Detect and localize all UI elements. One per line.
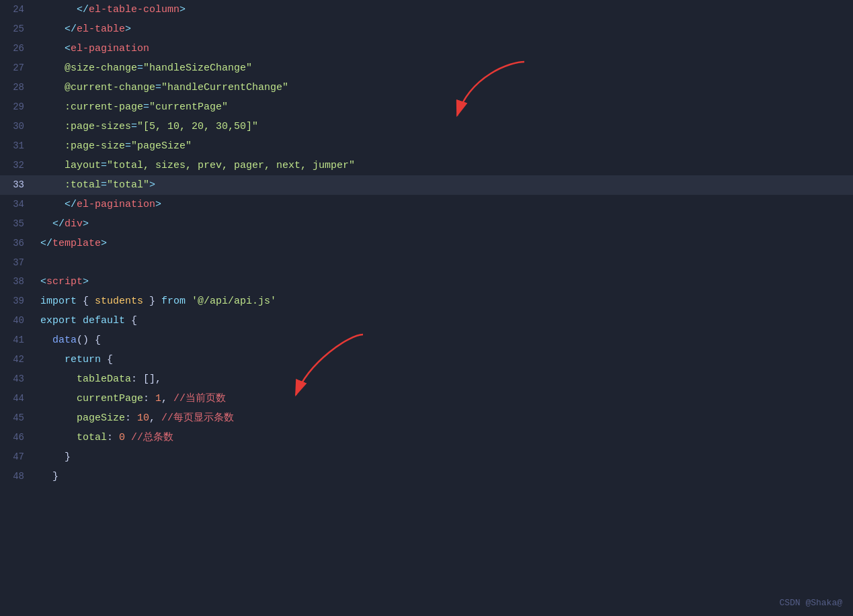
code-line: 30 :page-sizes="[5, 10, 20, 30,50]"	[0, 117, 853, 136]
code-line: 46 total: 0 //总条数	[0, 428, 853, 447]
line-content: @size-change="handleSizeChange"	[35, 59, 853, 78]
code-line: 31 :page-size="pageSize"	[0, 136, 853, 156]
code-line: 41 data() {	[0, 331, 853, 350]
code-line: 34 </el-pagination>	[0, 195, 853, 214]
line-content: total: 0 //总条数	[35, 429, 853, 447]
line-number: 25	[0, 19, 35, 38]
line-content: import { students } from '@/api/api.js'	[35, 292, 853, 311]
line-content: </el-pagination>	[35, 195, 853, 214]
line-content: tableData: [],	[35, 370, 853, 389]
code-line: 40export default {	[0, 311, 853, 331]
line-content: :page-size="pageSize"	[35, 137, 853, 156]
line-number: 28	[0, 78, 35, 97]
line-number: 43	[0, 369, 35, 388]
line-content: data() {	[35, 331, 853, 350]
code-line: 45 pageSize: 10, //每页显示条数	[0, 408, 853, 428]
code-line: 24 </el-table-column>	[0, 0, 853, 19]
line-number: 42	[0, 350, 35, 369]
line-content: </template>	[35, 234, 853, 253]
code-line: 26 <el-pagination	[0, 39, 853, 58]
footer-text: CSDN @Shaka@	[779, 597, 842, 611]
line-number: 48	[0, 467, 35, 486]
line-content: @current-change="handleCurrentChange"	[35, 79, 853, 97]
code-line: 43 tableData: [],	[0, 369, 853, 389]
line-number: 30	[0, 117, 35, 136]
line-number: 46	[0, 428, 35, 447]
line-content: </div>	[35, 215, 853, 234]
line-content: }	[35, 468, 853, 486]
code-line: 35 </div>	[0, 214, 853, 234]
line-number: 35	[0, 214, 35, 233]
line-number: 33	[0, 175, 35, 194]
line-content: <el-pagination	[35, 40, 853, 58]
code-line: 37	[0, 253, 853, 272]
line-number: 47	[0, 447, 35, 466]
line-number: 24	[0, 0, 35, 19]
code-line: 47 }	[0, 447, 853, 467]
line-number: 29	[0, 97, 35, 116]
line-number: 44	[0, 389, 35, 408]
line-number: 32	[0, 156, 35, 175]
line-content: </el-table-column>	[35, 1, 853, 19]
code-editor: 24 </el-table-column>25 </el-table>26 <e…	[0, 0, 853, 616]
line-number: 45	[0, 408, 35, 427]
code-line: 42 return {	[0, 350, 853, 369]
code-line: 44 currentPage: 1, //当前页数	[0, 389, 853, 408]
code-line: 29 :current-page="currentPage"	[0, 97, 853, 117]
code-line: 25 </el-table>	[0, 19, 853, 39]
line-content: layout="total, sizes, prev, pager, next,…	[35, 157, 853, 175]
code-line: 38<script>	[0, 272, 853, 292]
line-content: </el-table>	[35, 20, 853, 39]
line-number: 26	[0, 39, 35, 58]
code-lines: 24 </el-table-column>25 </el-table>26 <e…	[0, 0, 853, 486]
line-content: pageSize: 10, //每页显示条数	[35, 409, 853, 428]
line-content: export default {	[35, 312, 853, 331]
line-number: 37	[0, 253, 35, 272]
line-number: 27	[0, 58, 35, 77]
code-line: 36</template>	[0, 234, 853, 253]
line-content: return {	[35, 351, 853, 369]
line-number: 38	[0, 272, 35, 291]
line-number: 40	[0, 311, 35, 330]
code-line: 27 @size-change="handleSizeChange"	[0, 58, 853, 78]
line-number: 39	[0, 292, 35, 310]
line-content: }	[35, 448, 853, 467]
code-line: 48 }	[0, 467, 853, 486]
code-line: 28 @current-change="handleCurrentChange"	[0, 78, 853, 97]
line-number: 36	[0, 234, 35, 253]
code-line: 39import { students } from '@/api/api.js…	[0, 292, 853, 311]
line-content: <script>	[35, 273, 853, 292]
line-number: 41	[0, 331, 35, 349]
code-line: 33 :total="total">	[0, 175, 853, 195]
line-content: :page-sizes="[5, 10, 20, 30,50]"	[35, 118, 853, 136]
code-line: 32 layout="total, sizes, prev, pager, ne…	[0, 156, 853, 175]
line-number: 34	[0, 195, 35, 214]
line-number: 31	[0, 136, 35, 155]
line-content: :total="total">	[35, 176, 853, 195]
line-content: :current-page="currentPage"	[35, 98, 853, 117]
line-content: currentPage: 1, //当前页数	[35, 390, 853, 408]
